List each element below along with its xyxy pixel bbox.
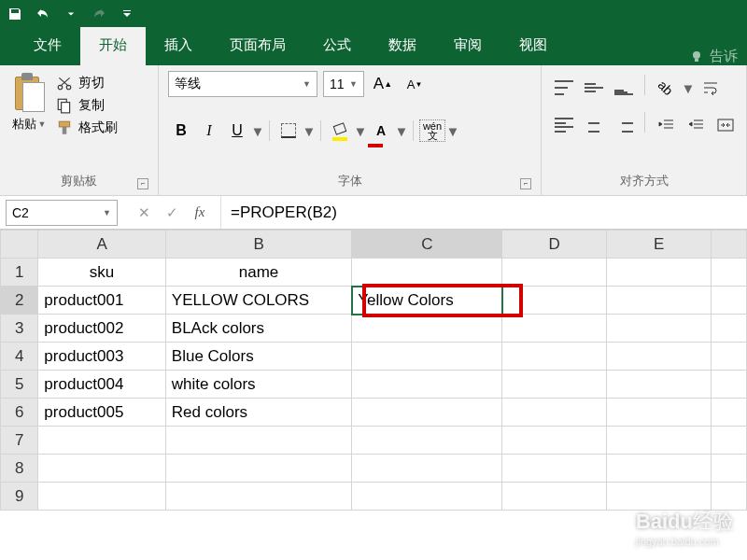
cell[interactable]: [352, 259, 502, 287]
cell[interactable]: [607, 287, 712, 315]
bold-button[interactable]: B: [168, 118, 194, 144]
tab-insert[interactable]: 插入: [146, 27, 211, 65]
cell[interactable]: [352, 455, 502, 483]
cell[interactable]: sku: [38, 259, 165, 287]
decrease-indent-button[interactable]: [653, 112, 679, 138]
save-icon[interactable]: [7, 7, 22, 21]
align-middle-button[interactable]: [581, 75, 607, 101]
fontcolor-dropdown[interactable]: ▼: [396, 118, 407, 144]
cell[interactable]: YELLOW COLORS: [165, 287, 351, 315]
cell[interactable]: [712, 287, 747, 315]
cell[interactable]: white colors: [165, 371, 351, 399]
cut-button[interactable]: 剪切: [56, 75, 118, 91]
paste-button[interactable]: 粘贴▼: [9, 71, 49, 134]
cell[interactable]: BLAck colors: [165, 315, 351, 343]
font-color-button[interactable]: A: [368, 118, 394, 144]
cell[interactable]: [352, 343, 502, 371]
tab-home[interactable]: 开始: [80, 27, 146, 65]
cell[interactable]: [502, 343, 607, 371]
cell[interactable]: [712, 315, 747, 343]
increase-indent-button[interactable]: [683, 112, 709, 138]
cell[interactable]: [352, 483, 502, 511]
column-header-C[interactable]: C: [352, 231, 502, 259]
name-box[interactable]: C2 ▼: [6, 200, 118, 226]
tell-me-search[interactable]: 告诉: [689, 48, 747, 65]
cell[interactable]: [712, 259, 747, 287]
row-header[interactable]: 7: [1, 427, 38, 455]
cell[interactable]: [502, 371, 607, 399]
row-header[interactable]: 1: [1, 259, 38, 287]
column-header-B[interactable]: B: [165, 231, 351, 259]
cell[interactable]: [607, 427, 712, 455]
formula-input[interactable]: =PROPER(B2): [220, 196, 747, 229]
cell[interactable]: [607, 371, 712, 399]
cell[interactable]: [712, 371, 747, 399]
cell[interactable]: [352, 427, 502, 455]
phonetic-button[interactable]: wén 文: [419, 118, 445, 144]
row-header[interactable]: 8: [1, 455, 38, 483]
cell[interactable]: [165, 455, 351, 483]
fill-dropdown[interactable]: ▼: [355, 118, 366, 144]
qat-customize-icon[interactable]: [120, 7, 134, 21]
align-right-button[interactable]: [611, 112, 637, 138]
cell[interactable]: [502, 483, 607, 511]
format-painter-button[interactable]: 格式刷: [56, 119, 118, 136]
select-all-corner[interactable]: [1, 231, 38, 259]
border-button[interactable]: [275, 118, 302, 144]
cell[interactable]: [352, 315, 502, 343]
row-header[interactable]: 6: [1, 399, 38, 427]
cell[interactable]: product002: [38, 315, 165, 343]
column-header-A[interactable]: A: [38, 231, 165, 259]
border-dropdown[interactable]: ▼: [303, 118, 315, 144]
row-header[interactable]: 2: [1, 287, 38, 315]
fill-color-button[interactable]: [327, 118, 353, 144]
underline-dropdown[interactable]: ▼: [252, 118, 263, 144]
cell[interactable]: [607, 399, 712, 427]
tab-view[interactable]: 视图: [500, 27, 566, 65]
cell[interactable]: Blue Colors: [165, 343, 351, 371]
tab-formulas[interactable]: 公式: [304, 27, 370, 65]
cell[interactable]: [502, 315, 607, 343]
cell[interactable]: [502, 455, 607, 483]
column-header-D[interactable]: D: [502, 231, 607, 259]
wrap-text-button[interactable]: [698, 75, 724, 101]
orientation-button[interactable]: ab: [653, 75, 679, 101]
font-dialog-launcher[interactable]: ⌐: [520, 178, 531, 189]
copy-button[interactable]: 复制: [56, 97, 118, 114]
cell[interactable]: [352, 371, 502, 399]
row-header[interactable]: 3: [1, 315, 38, 343]
cell[interactable]: [607, 315, 712, 343]
cell[interactable]: [165, 427, 351, 455]
cell[interactable]: product001: [38, 287, 165, 315]
cell[interactable]: product005: [38, 399, 165, 427]
row-header[interactable]: 5: [1, 371, 38, 399]
cell[interactable]: [712, 343, 747, 371]
cell[interactable]: [502, 399, 607, 427]
cell[interactable]: product004: [38, 371, 165, 399]
cell-selected[interactable]: Yellow Colors: [352, 287, 502, 315]
insert-function-button[interactable]: fx: [187, 200, 213, 226]
phonetic-dropdown[interactable]: ▼: [447, 118, 458, 144]
cell[interactable]: [352, 399, 502, 427]
decrease-font-button[interactable]: A▼: [402, 71, 428, 97]
cell[interactable]: product003: [38, 343, 165, 371]
cell[interactable]: [165, 483, 351, 511]
align-bottom-button[interactable]: [611, 75, 637, 101]
font-name-select[interactable]: 等线 ▼: [168, 71, 317, 97]
cell[interactable]: [712, 399, 747, 427]
cell[interactable]: [712, 483, 747, 511]
row-header[interactable]: 9: [1, 483, 38, 511]
tab-review[interactable]: 审阅: [435, 27, 500, 65]
cell[interactable]: [607, 259, 712, 287]
tab-page-layout[interactable]: 页面布局: [211, 27, 304, 65]
cell[interactable]: [712, 427, 747, 455]
cell[interactable]: Red colors: [165, 399, 351, 427]
align-top-button[interactable]: [551, 75, 577, 101]
merge-button[interactable]: [712, 112, 739, 138]
accept-formula-button[interactable]: ✓: [159, 200, 185, 226]
row-header[interactable]: 4: [1, 343, 38, 371]
cell[interactable]: [607, 483, 712, 511]
column-header-E[interactable]: E: [607, 231, 712, 259]
tab-file[interactable]: 文件: [15, 27, 80, 65]
cell[interactable]: name: [165, 259, 351, 287]
